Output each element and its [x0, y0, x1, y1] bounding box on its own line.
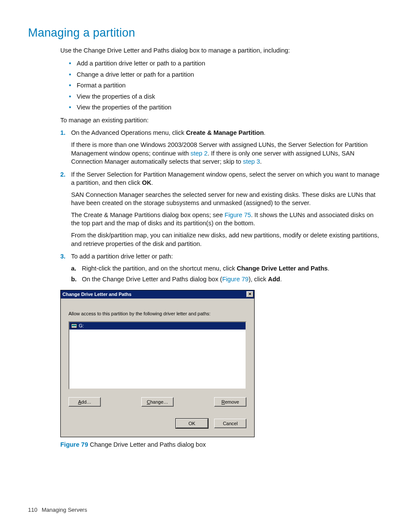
link-figure-79[interactable]: Figure 79	[222, 276, 249, 283]
substep-a: Right-click the partition, and on the sh…	[71, 264, 383, 273]
btn-text: hange…	[150, 399, 168, 404]
step-text: On the Advanced Operations menu, click	[71, 129, 186, 136]
dialog-titlebar: Change Drive Letter and Paths ✕	[61, 290, 254, 299]
drive-letter-label: G:	[79, 323, 84, 329]
text: ), click	[249, 276, 268, 283]
step-text: .	[151, 179, 153, 186]
step-note: The Create & Manage Partitions dialog bo…	[71, 211, 383, 228]
step-note: If there is more than one Windows 2003/2…	[71, 141, 383, 166]
procedure-intro: To manage an existing partition:	[60, 116, 383, 125]
page-title: Managing a partition	[28, 25, 383, 40]
list-item: Format a partition	[69, 81, 383, 90]
section-name: Managing Servers	[42, 507, 87, 513]
step-note: From the disk/partition map, you can ini…	[71, 231, 383, 248]
list-item: View the properties of the partition	[69, 103, 383, 112]
step-text: If the Server Selection for Partition Ma…	[71, 171, 380, 187]
text: On the Change Drive Letter and Paths dia…	[82, 276, 222, 283]
text: Right-click the partition, and on the sh…	[82, 265, 237, 272]
change-drive-letter-dialog: Change Drive Letter and Paths ✕ Allow ac…	[60, 290, 255, 437]
figure-caption: Figure 79 Change Drive Letter and Paths …	[60, 441, 383, 449]
drive-listbox[interactable]: G:	[68, 321, 246, 389]
link-figure-75[interactable]: Figure 75	[224, 212, 251, 218]
figure-number: Figure 79	[60, 441, 88, 448]
step-2: If the Server Selection for Partition Ma…	[60, 171, 383, 249]
ok-button[interactable]: OK	[176, 419, 208, 428]
bold: Add	[268, 276, 280, 283]
text: The Create & Manage Partitions dialog bo…	[71, 212, 224, 218]
dialog-hint: Allow access to this partition by the fo…	[68, 311, 246, 317]
feature-list: Add a partition drive letter or path to …	[69, 59, 383, 112]
step-note: SAN Connection Manager searches the sele…	[71, 191, 383, 208]
page-footer: 110Managing Servers	[28, 506, 87, 514]
dialog-button-row-bottom: OK Cancel	[68, 419, 246, 428]
dialog-title: Change Drive Letter and Paths	[62, 291, 246, 298]
step-1: On the Advanced Operations menu, click C…	[60, 129, 383, 166]
step-bold: Create & Manage Partition	[186, 129, 264, 136]
link-step-2[interactable]: step 2	[190, 150, 208, 157]
close-icon[interactable]: ✕	[246, 291, 253, 297]
remove-button[interactable]: Remove	[214, 397, 246, 407]
substep-b: On the Change Drive Letter and Paths dia…	[71, 275, 383, 284]
dialog-body: Allow access to this partition by the fo…	[61, 299, 254, 437]
link-step-3[interactable]: step 3	[243, 158, 260, 165]
text: .	[260, 158, 262, 165]
change-button[interactable]: Change…	[141, 397, 174, 407]
drive-list-item[interactable]: G:	[69, 322, 246, 330]
step-text: .	[264, 129, 265, 136]
list-item: Change a drive letter or path for a part…	[69, 71, 383, 79]
figure-text: Change Drive Letter and Paths dialog box	[88, 441, 206, 448]
text: .	[280, 276, 282, 283]
step-3: To add a partition drive letter or path:…	[60, 252, 383, 284]
step-bold: OK	[142, 179, 151, 186]
page-number: 110	[28, 507, 37, 513]
list-item: Add a partition drive letter or path to …	[69, 59, 383, 68]
btn-text: emove	[225, 399, 239, 404]
text: .	[328, 265, 330, 272]
bold: Change Drive Letter and Paths	[237, 265, 327, 272]
substeps: Right-click the partition, and on the sh…	[71, 264, 383, 284]
list-item: View the properties of a disk	[69, 93, 383, 101]
btn-text: dd…	[81, 399, 91, 404]
mnemonic: A	[78, 399, 81, 404]
add-button[interactable]: Add…	[68, 397, 101, 407]
dialog-button-row-mid: Add… Change… Remove	[68, 397, 246, 407]
lead-paragraph: Use the Change Drive Letter and Paths di…	[60, 47, 383, 55]
drive-icon	[71, 324, 77, 328]
dialog-screenshot: Change Drive Letter and Paths ✕ Allow ac…	[60, 290, 383, 437]
procedure-steps: On the Advanced Operations menu, click C…	[60, 129, 383, 283]
mnemonic: C	[147, 399, 150, 404]
step-text: To add a partition drive letter or path:	[71, 253, 173, 260]
cancel-button[interactable]: Cancel	[214, 419, 246, 428]
mnemonic: R	[221, 399, 225, 404]
